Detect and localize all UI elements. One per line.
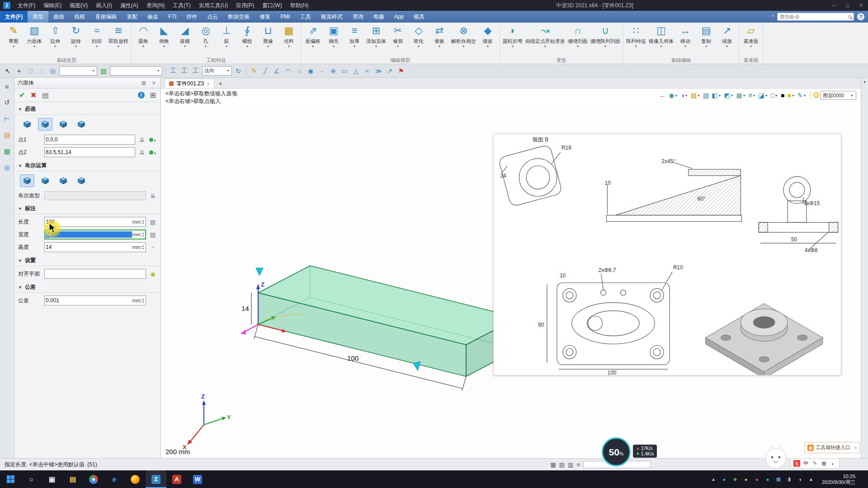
corner-type-2[interactable] bbox=[38, 118, 52, 131]
tab-FTI[interactable]: FTI bbox=[163, 11, 181, 23]
tab-PMI[interactable]: PMI bbox=[275, 11, 295, 23]
tool-螺纹[interactable]: ∮螺纹▼ bbox=[237, 23, 258, 57]
tab-视觉样式[interactable]: 视觉样式 bbox=[316, 11, 348, 23]
rows-toggle-icon[interactable]: ≡ bbox=[576, 461, 580, 468]
grid-icon[interactable]: #▼ bbox=[748, 91, 757, 100]
edge-black-swatch[interactable]: ■ bbox=[780, 91, 785, 100]
usb-icon[interactable]: ▮ bbox=[786, 476, 793, 483]
section-boolean[interactable]: ▼ 布尔运算 bbox=[14, 159, 160, 171]
tray-expand-icon[interactable]: ▴ bbox=[710, 476, 717, 483]
width-input[interactable] bbox=[46, 231, 132, 238]
grid-options-icon[interactable]: ⊞ bbox=[150, 91, 156, 99]
flag-icon[interactable]: ⚑ bbox=[396, 66, 406, 76]
layer-bulb-icon[interactable] bbox=[813, 92, 819, 98]
tolerance-stepper[interactable]: ▴▾ bbox=[141, 298, 145, 303]
restore-button[interactable]: □ bbox=[841, 0, 854, 11]
arc-icon[interactable]: ◠ bbox=[283, 66, 293, 76]
grid-toggle-icon[interactable]: ▦ bbox=[551, 461, 556, 468]
align-end-icon[interactable]: 工 bbox=[191, 66, 201, 76]
section-icon[interactable]: ◪▼ bbox=[757, 91, 769, 100]
tool-由指定点开始变形[interactable]: ↝由指定点开始变形▼ bbox=[524, 23, 566, 57]
close-button[interactable]: × bbox=[854, 0, 868, 11]
tab-电极[interactable]: 电极 bbox=[368, 11, 389, 23]
history-manager-icon[interactable]: ≡ bbox=[2, 81, 12, 91]
rect-icon[interactable]: ▭ bbox=[340, 66, 349, 76]
polyline-icon[interactable]: ∠ bbox=[272, 66, 282, 76]
select-arrow-icon[interactable]: ↖ bbox=[3, 66, 13, 76]
menu-编辑(E)[interactable]: 编辑(E) bbox=[39, 0, 66, 11]
tool-唇缘[interactable]: ⊔唇缘▼ bbox=[258, 23, 278, 57]
menu-插入(I)[interactable]: 插入(I) bbox=[92, 0, 116, 11]
filter-combo[interactable]: ▼ bbox=[59, 66, 97, 75]
menu-应用(P)[interactable]: 应用(P) bbox=[232, 0, 258, 11]
display-mode-icon[interactable]: □▼ bbox=[770, 91, 779, 100]
tab-文件(F)[interactable]: 文件(F) bbox=[0, 11, 28, 23]
wechat-icon[interactable]: ● bbox=[764, 476, 771, 483]
menu-文件(F)[interactable]: 文件(F) bbox=[14, 0, 39, 11]
hexahedron-model[interactable] bbox=[258, 266, 518, 376]
explorer-icon[interactable]: ▤ bbox=[62, 470, 83, 488]
tool-缠绕到面[interactable]: ∩缠绕到面▼ bbox=[566, 23, 589, 57]
tool-添加实体[interactable]: ⊞添加实体▼ bbox=[365, 23, 387, 57]
tool-缩放[interactable]: ↗缩放▼ bbox=[717, 23, 737, 57]
boolean-add[interactable] bbox=[38, 174, 52, 187]
ok-button[interactable]: ✔ bbox=[19, 91, 25, 99]
right-collapse-strip[interactable]: ▴ bbox=[861, 78, 868, 458]
normal-combo[interactable]: 法向▼ bbox=[202, 66, 232, 75]
spline-icon[interactable]: ≈ bbox=[362, 66, 372, 76]
tool-缠绕阵列到面[interactable]: ∪缠绕阵列到面▼ bbox=[589, 23, 622, 57]
length-input[interactable] bbox=[46, 219, 132, 225]
link-sheet-icon[interactable]: ▤ bbox=[149, 231, 157, 238]
sogou-icon[interactable]: S bbox=[793, 460, 800, 467]
menu-窗口(W)[interactable]: 窗口(W) bbox=[258, 0, 286, 11]
point-picker-icon[interactable]: ▼ bbox=[149, 149, 157, 156]
tool-简化[interactable]: ◇简化▼ bbox=[408, 23, 429, 57]
face-color-swatch[interactable]: ■▼ bbox=[787, 91, 796, 100]
plane-picker-icon[interactable]: ◉ bbox=[149, 271, 157, 277]
tab-close-icon[interactable]: × bbox=[207, 81, 209, 86]
align-plane-input[interactable] bbox=[46, 271, 145, 277]
tool-孔[interactable]: ◎孔▼ bbox=[195, 23, 216, 57]
menu-实用工具(U)[interactable]: 实用工具(U) bbox=[195, 0, 232, 11]
height-stepper[interactable]: ▴▾ bbox=[141, 244, 145, 250]
plane-flip-icon[interactable]: ↻ bbox=[233, 66, 243, 76]
window-pick-icon[interactable]: □ bbox=[25, 66, 35, 76]
wps-icon[interactable]: W bbox=[187, 470, 208, 488]
green-solid-icon[interactable]: ▧ bbox=[99, 66, 108, 76]
taskbar-clock[interactable]: 10:25 2020/9/30/周三 bbox=[818, 474, 859, 485]
tool-面偏移[interactable]: ⇗面偏移▼ bbox=[302, 23, 323, 57]
boolean-type-combo[interactable] bbox=[44, 191, 146, 200]
pencil-icon[interactable]: ✎ bbox=[249, 66, 259, 76]
tool-筋[interactable]: ⊥筋▼ bbox=[216, 23, 237, 57]
tab-焊件[interactable]: 焊件 bbox=[181, 11, 202, 23]
menu-视图(V)[interactable]: 视图(V) bbox=[66, 0, 92, 11]
solid-view-icon[interactable]: ▧ bbox=[702, 91, 710, 100]
network-icon[interactable]: ▴ bbox=[807, 476, 815, 483]
ime-skin-icon[interactable]: ◐ bbox=[830, 460, 836, 467]
pick-target-icon[interactable]: ◎ bbox=[48, 66, 58, 76]
qq-icon[interactable]: ● bbox=[753, 476, 760, 483]
command-search-input[interactable] bbox=[777, 13, 854, 21]
chrome-icon[interactable] bbox=[83, 470, 104, 488]
menu-工具(T)[interactable]: 工具(T) bbox=[169, 0, 194, 11]
zw3d-icon[interactable]: Z bbox=[146, 470, 166, 488]
dock-icon[interactable]: ⊞ bbox=[140, 80, 147, 86]
collapse-ribbon-button[interactable]: ^ bbox=[772, 14, 774, 19]
task-view-button[interactable]: ▣ bbox=[42, 470, 62, 488]
tool-阵列特征[interactable]: ∷阵列特征▼ bbox=[625, 23, 647, 57]
tab-造型[interactable]: 造型 bbox=[28, 11, 48, 23]
point-icon[interactable]: · bbox=[317, 66, 327, 76]
tool-旋转[interactable]: ↻旋转▼ bbox=[66, 23, 86, 57]
tab-查询[interactable]: 查询 bbox=[348, 11, 368, 23]
ime-keyboard-icon[interactable]: ▦ bbox=[821, 460, 827, 467]
assistant-mascot[interactable] bbox=[763, 445, 788, 470]
tab-修复[interactable]: 修复 bbox=[255, 11, 275, 23]
plus-node-icon[interactable]: ⊕ bbox=[328, 66, 338, 76]
find-icon[interactable]: ◎ bbox=[2, 163, 12, 173]
start-button[interactable] bbox=[0, 470, 21, 488]
document-tab[interactable]: 零件001.Z3 × bbox=[165, 79, 214, 88]
point2-input[interactable] bbox=[46, 149, 134, 155]
tab-App[interactable]: App bbox=[389, 11, 409, 23]
toolbox-close-icon[interactable]: × bbox=[854, 445, 857, 450]
section-settings[interactable]: ▼ 设置 bbox=[14, 253, 160, 266]
